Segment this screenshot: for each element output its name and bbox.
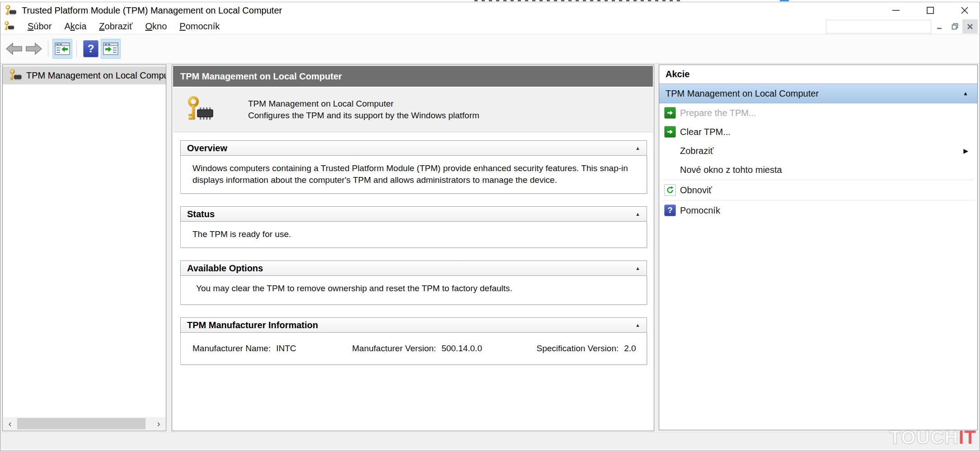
collapse-icon[interactable]: ▲ [963, 90, 968, 97]
tpm-key-icon [9, 69, 23, 82]
submenu-arrow-icon: ▶ [963, 147, 968, 154]
minimize-button[interactable] [889, 4, 903, 17]
tpm-key-icon-small [4, 21, 15, 32]
child-minimize-button[interactable] [932, 19, 947, 33]
banner-subtitle: Configures the TPM and its support by th… [248, 110, 479, 121]
scroll-right-button[interactable]: › [152, 417, 165, 430]
console-tree-icon [55, 42, 70, 55]
section-title: Available Options [187, 263, 263, 274]
forward-button[interactable] [24, 39, 44, 59]
toolbar-separator [48, 41, 48, 57]
action-clear-tpm[interactable]: Clear TPM... [659, 122, 977, 141]
section-overview: Overview ▲ Windows computers containing … [180, 140, 647, 194]
actions-separator [663, 180, 974, 180]
actions-group-header[interactable]: TPM Management on Local Computer ▲ [659, 84, 977, 103]
background-text-fragment [474, 0, 682, 1]
green-arrow-icon [664, 126, 676, 138]
collapse-icon[interactable]: ▲ [635, 145, 640, 151]
back-arrow-icon [5, 42, 23, 56]
action-prepare-tpm[interactable]: Prepare the TPM... [659, 103, 977, 122]
section-available-options-header[interactable]: Available Options ▲ [180, 260, 647, 276]
action-obnovit[interactable]: Obnoviť [659, 181, 977, 200]
title-bar: Trusted Platform Module (TPM) Management… [0, 2, 980, 19]
menu-akcia[interactable]: Akcia [58, 21, 93, 32]
section-manufacturer-info-header[interactable]: TPM Manufacturer Information ▲ [180, 317, 647, 333]
collapse-icon[interactable]: ▲ [635, 211, 640, 217]
section-status: Status ▲ The TPM is ready for use. [180, 206, 647, 248]
actions-separator [663, 200, 974, 200]
tpm-banner: TPM Management on Local Computer Configu… [173, 88, 653, 132]
help-icon: ? [83, 40, 98, 57]
help-icon: ? [664, 204, 676, 217]
collapse-icon[interactable]: ▲ [635, 265, 640, 271]
section-manufacturer-info-body: Manufacturer Name:INTC Manufacturer Vers… [180, 333, 647, 365]
action-label: Zobraziť [680, 146, 713, 156]
action-pane-icon [103, 42, 118, 55]
action-label: Nové okno z tohto miesta [680, 165, 782, 175]
section-overview-header[interactable]: Overview ▲ [180, 140, 647, 156]
toolbar: ? [0, 34, 980, 64]
manufacturer-name-field: Manufacturer Name:INTC [192, 343, 350, 354]
child-window-controls [932, 19, 978, 33]
action-label: Pomocník [680, 205, 720, 216]
tree-item-label: TPM Management on Local Compu [26, 70, 166, 81]
section-available-options: Available Options ▲ You may clear the TP… [180, 260, 647, 305]
forward-arrow-icon [25, 42, 43, 56]
touchit-watermark: TOUCHIT [889, 427, 976, 448]
action-nove-okno[interactable]: Nové okno z tohto miesta [659, 160, 977, 179]
show-action-pane-button[interactable] [101, 39, 121, 59]
action-zobrazit[interactable]: Zobraziť ▶ [659, 141, 977, 160]
menu-bar: Súbor Akcia Zobraziť Okno Pomocník [0, 19, 980, 34]
background-blue-fragment [780, 0, 789, 1]
section-title: TPM Manufacturer Information [187, 320, 318, 330]
manufacturer-version-field: Manufacturer Version:500.14.0.0 [352, 343, 534, 354]
section-overview-body: Windows computers containing a Trusted P… [180, 156, 647, 194]
close-button[interactable] [958, 4, 971, 17]
collapse-icon[interactable]: ▲ [635, 322, 640, 328]
section-manufacturer-info: TPM Manufacturer Information ▲ Manufactu… [180, 317, 647, 365]
action-pomocnik[interactable]: ? Pomocník [659, 201, 977, 220]
mmc-window: Trusted Platform Module (TPM) Management… [0, 2, 980, 451]
section-available-options-body: You may clear the TPM to remove ownershi… [180, 276, 647, 305]
child-close-button[interactable] [962, 19, 978, 33]
section-status-header[interactable]: Status ▲ [180, 206, 647, 222]
help-button[interactable]: ? [81, 39, 101, 59]
refresh-icon [664, 184, 676, 196]
watermark-it: IT [959, 427, 976, 448]
scrollbar-thumb[interactable] [17, 418, 145, 429]
results-header: TPM Management on Local Computer [173, 66, 653, 87]
tpm-key-icon [5, 5, 17, 17]
console-tree-pane: TPM Management on Local Compu ‹ › [2, 65, 166, 431]
watermark-touch: TOUCH [889, 427, 959, 448]
action-label: Clear TPM... [680, 127, 731, 137]
action-label: Obnoviť [680, 185, 712, 195]
actions-pane: Akcie TPM Management on Local Computer ▲… [659, 65, 978, 430]
actions-group-title: TPM Management on Local Computer [666, 88, 819, 99]
menu-okno[interactable]: Okno [139, 21, 173, 32]
section-status-body: The TPM is ready for use. [180, 222, 647, 248]
results-pane: TPM Management on Local Computer TPM Man… [172, 65, 654, 431]
specification-version-field: Specification Version:2.0 [537, 343, 636, 354]
window-title: Trusted Platform Module (TPM) Management… [22, 5, 282, 16]
menu-zobrazit[interactable]: Zobraziť [93, 21, 139, 32]
horizontal-scrollbar[interactable]: ‹ › [3, 417, 165, 430]
action-label: Prepare the TPM... [680, 108, 756, 118]
banner-title: TPM Management on Local Computer [248, 98, 479, 110]
results-header-title: TPM Management on Local Computer [180, 71, 342, 82]
section-title: Overview [187, 143, 227, 153]
maximize-button[interactable] [924, 4, 937, 17]
menu-subor[interactable]: Súbor [21, 21, 58, 32]
toolbar-separator [76, 41, 77, 57]
main-area: TPM Management on Local Compu ‹ › TPM Ma… [0, 64, 980, 432]
menu-pomocnik[interactable]: Pomocník [173, 21, 226, 32]
show-console-tree-button[interactable] [52, 39, 72, 59]
scroll-left-button[interactable]: ‹ [3, 417, 17, 430]
child-restore-button[interactable] [947, 19, 962, 33]
tpm-key-icon-large [187, 95, 216, 124]
green-arrow-icon [664, 107, 676, 119]
status-bar [0, 432, 980, 450]
menu-toolbar-placeholder [826, 20, 931, 33]
tree-item-tpm-root[interactable]: TPM Management on Local Compu [3, 66, 166, 84]
back-button[interactable] [4, 39, 24, 59]
actions-pane-title: Akcie [659, 65, 977, 84]
